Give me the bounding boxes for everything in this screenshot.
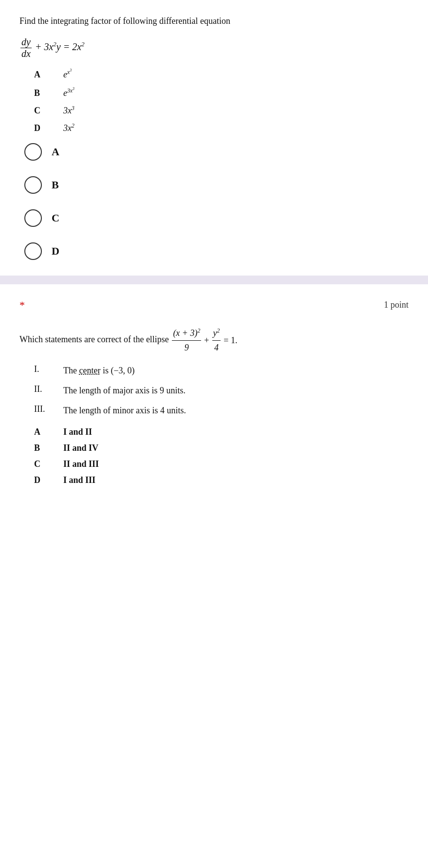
q2-option-D: D I and III — [34, 475, 409, 485]
points-label: 1 point — [384, 300, 409, 310]
required-asterisk: * — [19, 299, 25, 312]
question-2: Which statements are correct of the elli… — [19, 326, 409, 486]
q1-radio-C[interactable]: C — [24, 209, 409, 227]
points-row: * 1 point — [19, 299, 409, 312]
q2-option-A: A I and II — [34, 427, 409, 437]
q1-radio-B[interactable]: B — [24, 176, 409, 194]
q1-radio-label-C: C — [52, 212, 59, 224]
q1-option-A: A ex3 — [34, 68, 409, 80]
q1-radio-circle-C[interactable] — [24, 209, 42, 227]
q1-radio-circle-A[interactable] — [24, 143, 42, 161]
q2-letter-A: A — [34, 427, 63, 437]
stmt-num-I: I. — [34, 364, 63, 377]
q2-options: A I and II B II and IV C II and III D I … — [34, 427, 409, 485]
q1-letter-A: A — [34, 70, 63, 80]
q1-option-B: B e3x3 — [34, 87, 409, 98]
q2-letter-B: B — [34, 443, 63, 453]
q1-letter-B: B — [34, 88, 63, 98]
q2-value-D: I and III — [63, 475, 95, 485]
q1-radio-label-D: D — [52, 245, 59, 258]
q2-prompt: Which statements are correct of the elli… — [19, 326, 409, 355]
q2-letter-D: D — [34, 475, 63, 485]
q1-option-D: D 3x2 — [34, 123, 409, 133]
stmt-III: III. The length of minor axis is 4 units… — [34, 404, 409, 417]
q1-options-table: A ex3 B e3x3 C 3x3 D 3x2 — [34, 68, 409, 133]
q1-letter-D: D — [34, 123, 63, 133]
stmt-num-II: II. — [34, 384, 63, 397]
q2-prompt-pre: Which statements are correct of the elli… — [19, 334, 171, 344]
q1-radio-A[interactable]: A — [24, 143, 409, 161]
q2-option-B: B II and IV — [34, 443, 409, 453]
q1-radio-group: A B C D — [24, 143, 409, 260]
q1-value-C: 3x3 — [63, 105, 74, 116]
q1-radio-label-A: A — [52, 146, 59, 158]
q1-equation: dy dx + 3x2y = 2x2 — [19, 37, 409, 59]
question-1: Find the integrating factor of following… — [19, 15, 409, 260]
q1-radio-circle-B[interactable] — [24, 176, 42, 194]
q1-radio-label-B: B — [52, 179, 59, 191]
fraction-dy-dx: dy dx — [19, 41, 35, 52]
stmt-text-I: The center is (−3, 0) — [63, 364, 135, 377]
ellipse-equation: (x + 3)2 9 + y2 4 = 1. — [171, 326, 237, 355]
q2-option-C: C II and III — [34, 459, 409, 469]
stmt-I: I. The center is (−3, 0) — [34, 364, 409, 377]
q1-radio-circle-D[interactable] — [24, 242, 42, 260]
q1-option-C: C 3x3 — [34, 105, 409, 116]
q1-value-B: e3x3 — [63, 87, 74, 98]
q2-value-B: II and IV — [63, 443, 98, 453]
q1-radio-D[interactable]: D — [24, 242, 409, 260]
q2-letter-C: C — [34, 459, 63, 469]
q1-prompt: Find the integrating factor of following… — [19, 15, 409, 28]
q2-statements: I. The center is (−3, 0) II. The length … — [34, 364, 409, 417]
q1-letter-C: C — [34, 106, 63, 116]
q1-value-A: ex3 — [63, 68, 72, 80]
q1-value-D: 3x2 — [63, 123, 74, 133]
stmt-num-III: III. — [34, 404, 63, 417]
stmt-text-III: The length of minor axis is 4 units. — [63, 404, 186, 417]
q2-value-C: II and III — [63, 459, 99, 469]
section-divider — [0, 276, 428, 284]
q2-value-A: I and II — [63, 427, 92, 437]
stmt-text-II: The length of major axis is 9 units. — [63, 384, 186, 397]
stmt-II: II. The length of major axis is 9 units. — [34, 384, 409, 397]
